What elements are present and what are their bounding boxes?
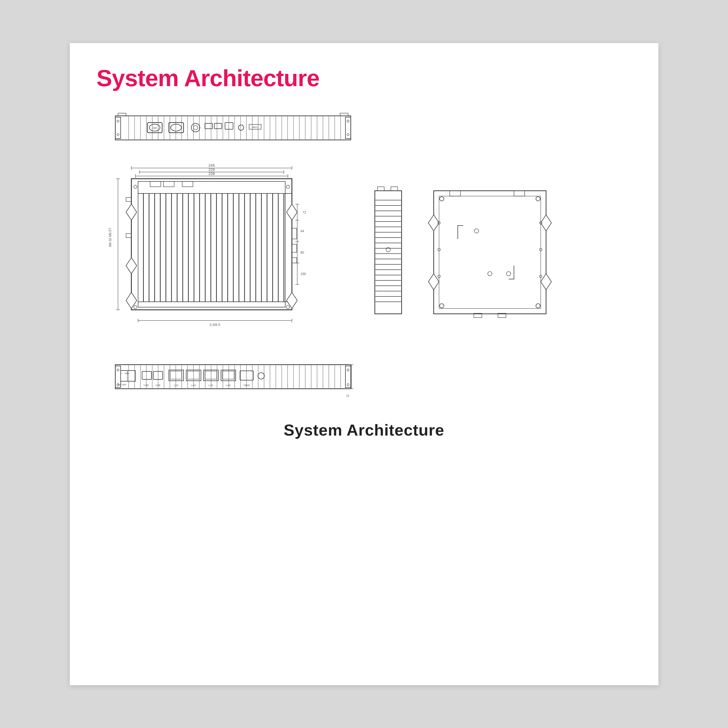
svg-point-135 (134, 185, 137, 188)
svg-point-175 (474, 229, 479, 233)
svg-rect-107 (126, 197, 132, 202)
svg-text:M6-32 M6.5T: M6-32 M6.5T (109, 228, 112, 247)
svg-text:HDMI: HDMI (243, 384, 249, 387)
svg-point-50 (239, 125, 244, 130)
svg-text:80: 80 (300, 251, 304, 254)
svg-point-177 (488, 272, 492, 276)
svg-point-57 (347, 120, 349, 122)
svg-rect-243 (222, 371, 234, 379)
svg-marker-122 (286, 204, 297, 220)
svg-rect-163 (434, 191, 546, 314)
svg-point-258 (347, 369, 349, 371)
svg-point-174 (536, 304, 540, 308)
svg-rect-1 (118, 113, 126, 116)
svg-rect-224 (121, 370, 135, 381)
svg-point-136 (134, 306, 137, 309)
svg-point-247 (258, 373, 265, 379)
page-container: System Architecture (70, 43, 658, 685)
svg-text:LAN: LAN (208, 384, 213, 387)
svg-point-45 (191, 123, 200, 132)
svg-rect-125 (292, 244, 297, 252)
side-view-left (367, 183, 410, 322)
svg-rect-48 (214, 123, 222, 129)
svg-point-44 (171, 124, 181, 131)
svg-text:LAN: LAN (191, 384, 196, 387)
svg-text:MMCO: MMCO (252, 126, 258, 128)
svg-rect-164 (439, 196, 541, 309)
top-view-diagram: DB9 MMCO (113, 108, 353, 151)
svg-rect-245 (240, 371, 253, 380)
svg-text:44: 44 (300, 229, 304, 233)
svg-text:226: 226 (208, 167, 215, 172)
svg-rect-160 (378, 187, 384, 191)
svg-rect-108 (126, 234, 132, 238)
svg-text:246: 246 (208, 163, 215, 167)
svg-rect-2 (340, 113, 348, 116)
svg-rect-161 (391, 187, 398, 191)
svg-text:22: 22 (346, 395, 349, 397)
svg-rect-165 (450, 191, 460, 196)
svg-rect-257 (346, 366, 351, 387)
svg-text:+: + (121, 372, 122, 374)
svg-point-58 (347, 133, 349, 136)
bottom-view-diagram: DC-INP + GND USB USB LAN LAN (113, 354, 353, 399)
svg-text:USB: USB (155, 384, 160, 387)
svg-point-173 (440, 304, 444, 308)
svg-point-255 (117, 369, 119, 371)
svg-text:DB9: DB9 (153, 127, 157, 129)
svg-rect-56 (346, 117, 351, 139)
svg-marker-168 (428, 274, 439, 290)
svg-marker-170 (541, 274, 551, 290)
svg-text:LAN: LAN (174, 384, 179, 387)
svg-rect-124 (292, 228, 297, 239)
svg-point-171 (440, 197, 444, 201)
svg-point-137 (286, 185, 289, 188)
svg-marker-106 (126, 292, 137, 309)
svg-marker-105 (126, 258, 137, 274)
svg-rect-101 (150, 181, 161, 187)
svg-text:238: 238 (208, 171, 215, 176)
svg-rect-234 (170, 371, 182, 379)
page-caption: System Architecture (96, 421, 632, 439)
svg-rect-47 (205, 123, 213, 129)
svg-text:100: 100 (300, 272, 306, 276)
svg-point-172 (536, 197, 540, 201)
svg-point-138 (286, 306, 289, 309)
svg-text:3.3/8.5: 3.3/8.5 (210, 323, 220, 327)
svg-marker-123 (286, 292, 297, 309)
svg-point-259 (347, 384, 349, 386)
svg-point-46 (193, 125, 198, 130)
page-title: System Architecture (96, 64, 632, 92)
svg-marker-167 (428, 215, 439, 231)
main-front-view: 246 226 238 (96, 161, 351, 343)
svg-rect-102 (164, 181, 174, 187)
svg-text:LAN: LAN (226, 384, 231, 387)
svg-rect-186 (115, 365, 351, 389)
svg-point-54 (117, 120, 119, 122)
side-view-right (426, 183, 554, 322)
svg-marker-104 (126, 204, 137, 220)
svg-text:GND: GND (125, 372, 129, 374)
svg-rect-166 (514, 191, 525, 196)
svg-text:USB: USB (144, 384, 148, 387)
svg-rect-49 (225, 122, 233, 129)
svg-rect-229 (142, 372, 151, 379)
svg-rect-53 (115, 117, 121, 139)
svg-rect-103 (182, 181, 193, 187)
svg-point-55 (117, 133, 119, 136)
svg-rect-240 (205, 371, 217, 379)
diagram-area: DB9 MMCO (96, 108, 632, 399)
svg-rect-71 (132, 179, 292, 310)
svg-text:72: 72 (303, 211, 306, 214)
svg-rect-126 (292, 258, 297, 263)
svg-rect-139 (375, 191, 402, 314)
svg-point-176 (506, 272, 511, 276)
svg-marker-169 (541, 215, 551, 231)
main-views-row: 246 226 238 (96, 161, 632, 343)
